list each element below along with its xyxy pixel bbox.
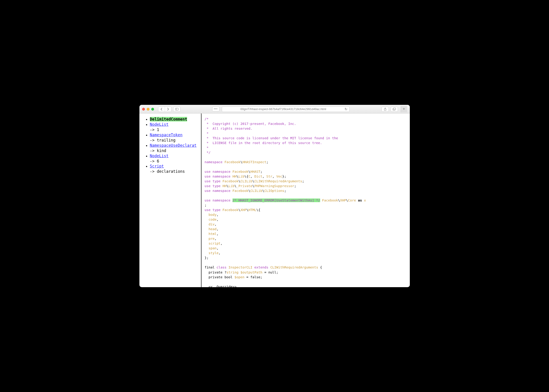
share-button[interactable] [382,107,389,112]
address-bar[interactable]: 00gn/T/hhast-inspect-667b4af71f8ce431718… [222,106,350,112]
kw: use [205,175,211,178]
ns: HH [223,184,226,188]
ns: style [209,251,219,255]
code-comment: */ [205,151,211,154]
share-icon [383,108,387,111]
kw: private [209,271,223,274]
back-button[interactable] [158,107,165,112]
reader-button[interactable]: ••• [212,106,219,112]
ns: html [209,232,217,236]
sidebar-link-nodelist-6[interactable]: NodeList [150,154,169,158]
ns: Facebook [322,198,338,202]
sidebar-item: NodeList -> 1 [150,122,199,133]
class-name: InspectorCLI [228,266,252,269]
code-comment: * All rights reserved. [205,127,253,130]
ns: Facebook [224,160,240,164]
kw: use [205,184,211,188]
ns: XHP [340,198,346,202]
nav-buttons [158,106,171,112]
url-text: 00gn/T/hhast-inspect-667b4af71f8ce431718… [224,107,343,111]
kw: type [212,184,220,188]
ns: Lib [228,184,234,188]
code-comment: * [205,132,209,135]
code-comment: /* [205,117,209,121]
kw: private [209,275,223,279]
sidebar-sub: -> trailing [150,138,199,143]
tabs-button[interactable] [391,107,398,112]
ns: CLILib [240,179,252,183]
kw: type [212,208,220,212]
toolbar-right: + [382,106,407,112]
ns: Dict [254,175,262,178]
sidebar-item: DelimitedComment [150,117,199,122]
sidebar-item: NodeList -> 6 [150,153,199,164]
ns: Facebook [223,179,238,183]
titlebar: ••• 00gn/T/hhast-inspect-667b4af71f8ce43… [139,105,410,113]
ns: HHASTInspect [242,160,266,164]
content: DelimitedComment NodeList -> 1 Namespace… [139,113,410,287]
maximize-window-button[interactable] [151,108,154,111]
ns: HHAST [250,170,260,174]
minimize-window-button[interactable] [147,108,150,111]
ns: code [209,218,217,221]
code-pane[interactable]: /* * Copyright (c) 2017-present, Faceboo… [202,113,410,287]
ns: Facebook [223,208,238,212]
ns: _Private [236,184,252,188]
reader-icon: ••• [214,108,218,110]
class-name: CLIWithRequiredArguments [270,266,318,269]
ns: Vec [276,175,282,178]
var: $outputPath [240,271,262,274]
sidebar-sub: -> 6 [150,159,199,164]
ns: head [209,227,217,231]
forward-button[interactable] [165,107,171,112]
tabs-icon [393,108,396,111]
ns: HH [232,175,236,178]
ns: pre [209,237,215,240]
code-comment: * LICENSE file in the root directory of … [205,141,322,145]
new-tab-button[interactable]: + [401,106,407,112]
kw: use [205,170,211,174]
code-comment: * [205,146,209,149]
svg-rect-4 [393,108,396,110]
sidebar-link-script[interactable]: Script [150,164,164,168]
kw-as: as [358,198,362,202]
reload-button[interactable]: ↻ [345,107,347,111]
ns: body [209,213,217,217]
close-window-button[interactable] [142,108,145,111]
ns: Lib [238,175,244,178]
ns: Core [348,198,356,202]
ns: Facebook [232,189,248,193]
ns: CLILib [250,189,262,193]
kw: namespace [212,198,231,202]
plus-icon: + [403,107,405,112]
ns: Str [266,175,272,178]
attr: <<__Override>> [209,285,236,287]
kw: namespace [205,160,223,164]
traffic-lights [142,108,154,111]
sidebar-link-namespaceusedeclarat[interactable]: NamespaceUseDeclarat [150,143,197,148]
ns: C [248,175,251,178]
svg-rect-0 [175,108,178,110]
text: = false; [246,275,262,279]
sidebar-sub: -> 1 [150,127,199,133]
sidebar-link-delimitedcomment[interactable]: DelimitedComment [150,117,187,121]
browser-window: ••• 00gn/T/hhast-inspect-667b4af71f8ce43… [139,105,410,287]
kw: namespace [212,170,231,174]
kw: final [205,266,215,269]
kw: namespace [212,189,231,193]
sidebar-sub: -> kind [150,148,199,153]
kw: use [205,198,211,202]
sidebar-sub: -> declarations [150,169,199,174]
ns: span [209,246,217,250]
chevron-right-icon [166,108,170,111]
highlighted-comment: /* HHAST_IGNORE_ERROR[UseStatementWithAs… [232,198,320,202]
type: string [227,271,238,274]
var: $open [234,275,244,279]
sidebar-link-nodelist-1[interactable]: NodeList [150,122,169,127]
ns: Facebook [232,170,248,174]
kw: namespace [212,175,231,178]
ns: XHP [240,208,246,212]
sidebar-link-namespacetoken[interactable]: NamespaceToken [150,133,182,137]
kw: use [205,208,211,212]
sidebar-toggle-button[interactable] [173,107,181,112]
